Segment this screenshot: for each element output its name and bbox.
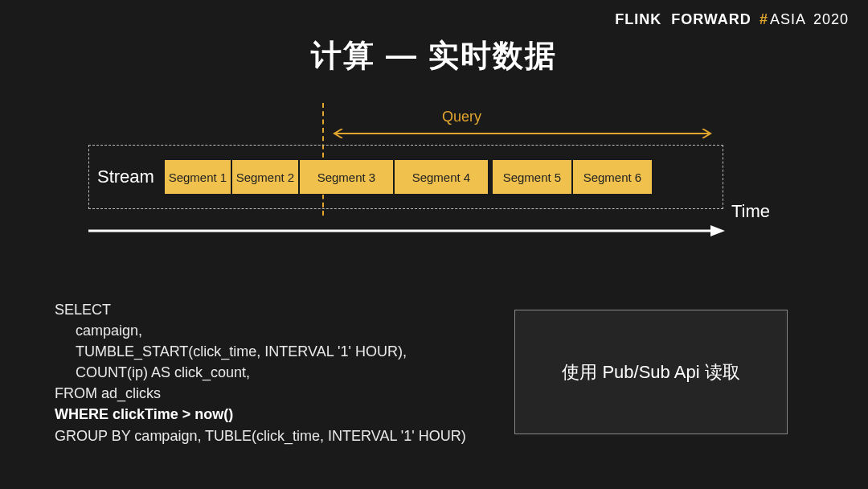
sql-line-5: FROM ad_clicks <box>55 383 466 404</box>
svg-marker-2 <box>710 225 725 236</box>
segment-4: Segment 4 <box>394 159 489 195</box>
brand-forward: FORWARD <box>671 11 751 27</box>
brand-hash: # <box>760 11 768 27</box>
brand-asia: ASIA <box>770 11 805 27</box>
sql-line-4: COUNT(ip) AS click_count, <box>55 362 250 383</box>
query-label: Query <box>442 109 481 125</box>
pubsub-text: 使用 Pub/Sub Api 读取 <box>562 360 739 384</box>
sql-line-6: WHERE clickTime > now() <box>55 404 466 425</box>
time-arrow <box>88 224 725 238</box>
page-title: 计算 — 实时数据 <box>0 35 868 76</box>
sql-line-3: TUMBLE_START(click_time, INTERVAL '1' HO… <box>55 341 407 362</box>
stream-container: Stream Segment 1 Segment 2 Segment 3 Seg… <box>88 145 723 209</box>
pubsub-box: 使用 Pub/Sub Api 读取 <box>514 310 788 434</box>
segment-3: Segment 3 <box>299 159 394 195</box>
brand-flink: FLINK <box>615 11 661 27</box>
segment-2: Segment 2 <box>231 159 299 195</box>
stream-diagram: Query Stream Segment 1 Segment 2 Segment… <box>88 103 731 240</box>
slide: FLINK FORWARD #ASIA 2020 计算 — 实时数据 Query… <box>0 0 868 489</box>
segment-6: Segment 6 <box>572 159 653 195</box>
sql-line-2: campaign, <box>55 320 142 341</box>
sql-line-7: GROUP BY campaign, TUBLE(click_time, INT… <box>55 425 466 446</box>
sql-block: SELECT campaign, TUMBLE_START(click_time… <box>55 299 466 446</box>
query-arrow <box>330 127 715 137</box>
stream-label: Stream <box>97 166 154 187</box>
segment-5: Segment 5 <box>492 159 572 195</box>
segment-1: Segment 1 <box>164 159 231 195</box>
brand-year: 2020 <box>813 11 849 27</box>
brand-header: FLINK FORWARD #ASIA 2020 <box>615 11 849 28</box>
sql-line-1: SELECT <box>55 299 466 320</box>
time-axis-label: Time <box>731 201 770 222</box>
